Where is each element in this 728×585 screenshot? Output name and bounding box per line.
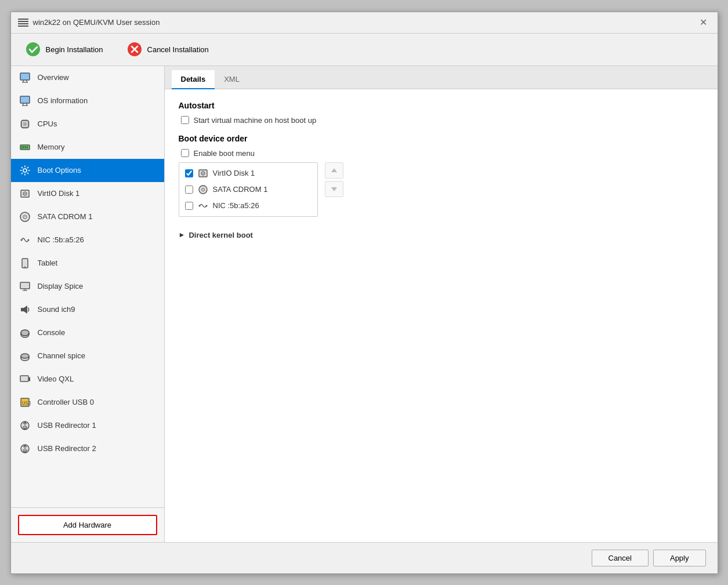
tab-details[interactable]: Details bbox=[172, 70, 215, 89]
check-icon bbox=[25, 41, 41, 57]
direct-kernel-expander[interactable]: ► Direct kernel boot bbox=[179, 228, 704, 242]
cancel-button[interactable]: Cancel bbox=[592, 550, 649, 566]
usb-2-icon bbox=[18, 442, 32, 456]
apply-button[interactable]: Apply bbox=[653, 550, 706, 566]
sidebar-item-tablet[interactable]: Tablet bbox=[11, 252, 164, 275]
move-down-button[interactable] bbox=[325, 181, 343, 197]
enable-boot-menu-label: Enable boot menu bbox=[194, 149, 255, 158]
sidebar-item-sound-ich9[interactable]: Sound ich9 bbox=[11, 298, 164, 321]
autostart-checkbox[interactable] bbox=[181, 116, 189, 124]
tablet-icon bbox=[18, 256, 32, 270]
svg-point-31 bbox=[23, 169, 27, 172]
close-button[interactable]: ✕ bbox=[697, 16, 711, 30]
svg-point-34 bbox=[24, 193, 26, 194]
sidebar-item-console[interactable]: Console bbox=[11, 321, 164, 344]
sidebar-item-nic[interactable]: NIC :5b:a5:26 bbox=[11, 228, 164, 252]
cdrom-icon bbox=[18, 210, 32, 224]
svg-point-68 bbox=[202, 189, 204, 190]
svg-point-70 bbox=[205, 205, 207, 206]
main-window: win2k22 on QEMU/KVM User session ✕ Begin… bbox=[10, 12, 718, 574]
begin-installation-label: Begin Installation bbox=[46, 45, 103, 54]
sidebar: Overview OS information bbox=[11, 66, 165, 542]
tab-xml[interactable]: XML bbox=[215, 70, 249, 89]
sidebar-item-os-info[interactable]: OS information bbox=[11, 89, 164, 112]
sidebar-item-overview[interactable]: Overview bbox=[11, 66, 164, 89]
sidebar-item-display-spice[interactable]: Display Spice bbox=[11, 275, 164, 298]
sidebar-tablet-label: Tablet bbox=[38, 259, 58, 267]
detail-panel: Details XML Autostart Start virtual mach… bbox=[165, 66, 718, 542]
boot-order-box: VirtIO Disk 1 bbox=[179, 162, 318, 217]
sidebar-usb-redirector-1-label: USB Redirector 1 bbox=[38, 421, 96, 430]
usb-controller-icon: USB bbox=[18, 395, 32, 409]
boot-item-sata-checkbox[interactable] bbox=[185, 186, 193, 194]
tab-bar: Details XML bbox=[165, 66, 718, 89]
svg-point-69 bbox=[198, 205, 200, 206]
sidebar-console-label: Console bbox=[38, 328, 66, 337]
svg-marker-47 bbox=[24, 306, 27, 314]
move-up-button[interactable] bbox=[325, 162, 343, 179]
boot-nic-icon bbox=[198, 201, 208, 211]
svg-rect-29 bbox=[25, 146, 26, 148]
svg-rect-4 bbox=[20, 73, 30, 80]
svg-rect-30 bbox=[27, 146, 28, 148]
display-icon bbox=[18, 279, 32, 293]
virtio-disk-icon bbox=[18, 187, 32, 201]
sidebar-controller-usb0-label: Controller USB 0 bbox=[38, 398, 95, 406]
monitor-icon bbox=[18, 71, 32, 85]
autostart-row: Start virtual machine on host boot up bbox=[181, 116, 704, 125]
sidebar-item-channel-spice[interactable]: Channel spice bbox=[11, 344, 164, 368]
direct-kernel-section: ► Direct kernel boot bbox=[179, 228, 704, 242]
cancel-installation-button[interactable]: Cancel Installation bbox=[122, 39, 213, 60]
titlebar-left: win2k22 on QEMU/KVM User session bbox=[18, 18, 160, 27]
app-icon bbox=[18, 19, 28, 27]
sidebar-os-info-label: OS information bbox=[38, 96, 88, 105]
svg-point-38 bbox=[20, 239, 22, 241]
svg-marker-72 bbox=[331, 187, 337, 191]
svg-rect-13 bbox=[23, 122, 27, 126]
cpu-icon bbox=[18, 117, 32, 131]
svg-rect-8 bbox=[20, 96, 30, 103]
memory-icon bbox=[18, 140, 32, 154]
sidebar-item-virtio-disk[interactable]: VirtIO Disk 1 bbox=[11, 182, 164, 205]
sidebar-item-boot-options[interactable]: Boot Options bbox=[11, 159, 164, 182]
sidebar-item-usb-redirector-2[interactable]: USB Redirector 2 bbox=[11, 437, 164, 460]
begin-installation-button[interactable]: Begin Installation bbox=[20, 39, 108, 60]
svg-text:USB: USB bbox=[22, 401, 31, 406]
sound-icon bbox=[18, 303, 32, 317]
sidebar-item-usb-redirector-1[interactable]: USB Redirector 1 bbox=[11, 414, 164, 437]
sidebar-overview-label: Overview bbox=[38, 73, 69, 82]
console-icon bbox=[18, 326, 32, 340]
enable-boot-menu-checkbox[interactable] bbox=[181, 149, 189, 157]
svg-point-39 bbox=[27, 239, 29, 241]
toolbar: Begin Installation Cancel Installation bbox=[11, 34, 718, 66]
video-icon bbox=[18, 372, 32, 386]
main-content: Overview OS information bbox=[11, 66, 718, 542]
svg-point-50 bbox=[21, 330, 29, 336]
detail-content: Autostart Start virtual machine on host … bbox=[165, 89, 718, 542]
sidebar-item-sata-cdrom[interactable]: SATA CDROM 1 bbox=[11, 205, 164, 228]
svg-rect-46 bbox=[21, 308, 24, 311]
sidebar-item-memory[interactable]: Memory bbox=[11, 136, 164, 159]
boot-item-sata: SATA CDROM 1 bbox=[179, 181, 317, 198]
os-monitor-icon bbox=[18, 94, 32, 108]
expander-arrow-icon: ► bbox=[179, 231, 186, 239]
sidebar-sound-ich9-label: Sound ich9 bbox=[38, 305, 75, 314]
boot-virtio-disk-icon bbox=[198, 168, 208, 179]
boot-item-virtio-checkbox[interactable] bbox=[185, 169, 193, 177]
sidebar-bottom: Add Hardware bbox=[11, 507, 164, 542]
sidebar-item-cpus[interactable]: CPUs bbox=[11, 112, 164, 136]
boot-order-section: VirtIO Disk 1 bbox=[179, 162, 704, 217]
add-hardware-button[interactable]: Add Hardware bbox=[18, 515, 157, 535]
boot-sata-icon bbox=[198, 184, 208, 195]
svg-rect-43 bbox=[20, 282, 30, 289]
enable-boot-menu-row: Enable boot menu bbox=[181, 149, 704, 158]
sidebar-memory-label: Memory bbox=[38, 143, 65, 151]
usb-1-icon bbox=[18, 419, 32, 433]
x-icon bbox=[126, 41, 143, 57]
sidebar-item-controller-usb0[interactable]: USB Controller USB 0 bbox=[11, 391, 164, 414]
titlebar: win2k22 on QEMU/KVM User session ✕ bbox=[11, 12, 718, 34]
sidebar-item-video-qxl[interactable]: Video QXL bbox=[11, 368, 164, 391]
window-title: win2k22 on QEMU/KVM User session bbox=[33, 18, 160, 27]
sidebar-virtio-disk-label: VirtIO Disk 1 bbox=[38, 189, 80, 198]
boot-item-nic-checkbox[interactable] bbox=[185, 202, 193, 210]
